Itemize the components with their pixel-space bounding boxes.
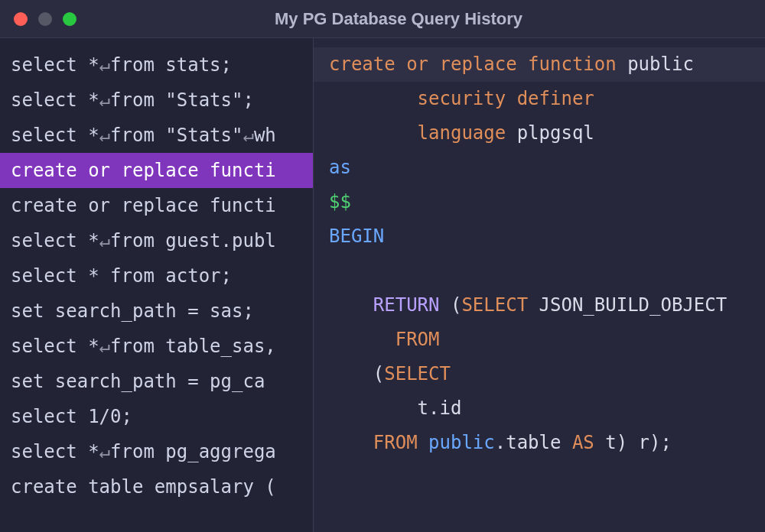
history-item[interactable]: create or replace functi — [0, 188, 313, 223]
token-kw: security definer — [418, 88, 594, 109]
close-icon[interactable] — [14, 12, 28, 26]
token-kw: SELECT — [384, 363, 451, 384]
code-line — [329, 254, 765, 288]
token-kw: SELECT — [461, 294, 539, 316]
token-kw: create or replace function — [329, 54, 627, 75]
history-item[interactable]: select *↵from pg_aggrega — [0, 434, 313, 469]
code-line: (SELECT — [329, 357, 765, 391]
token-kw: FROM — [396, 329, 440, 350]
history-item[interactable]: select *↵from guest.publ — [0, 223, 313, 258]
token-id: plpgsql — [517, 122, 594, 144]
history-item[interactable]: set search_path = sas; — [0, 294, 313, 329]
code-line: security definer — [329, 82, 765, 116]
history-item[interactable]: create table empsalary ( — [0, 469, 313, 504]
newline-icon: ↵ — [99, 89, 110, 111]
token-id: public — [627, 54, 694, 75]
token-kw: AS — [572, 432, 605, 453]
titlebar: My PG Database Query History — [0, 0, 765, 38]
token-punc: ( — [373, 363, 384, 384]
token-fn: public — [428, 432, 495, 453]
token-punc: ) r); — [617, 432, 672, 453]
token-id: JSON_BUILD_OBJECT — [539, 294, 728, 316]
code-line: $$ — [329, 185, 765, 219]
newline-icon: ↵ — [99, 441, 110, 462]
code-line: FROM public.table AS t) r); — [329, 426, 765, 460]
history-item[interactable]: select *↵from table_sas, — [0, 329, 313, 364]
history-item[interactable]: select *↵from stats; — [0, 47, 313, 83]
token-id: t.id — [418, 397, 462, 419]
newline-icon: ↵ — [99, 54, 110, 76]
query-detail-pane[interactable]: create or replace function public securi… — [314, 38, 765, 532]
token-id — [329, 260, 340, 281]
token-fn: BEGIN — [329, 225, 384, 247]
query-history-list[interactable]: select *↵from stats;select *↵from "Stats… — [0, 38, 314, 532]
token-dd: $$ — [329, 191, 351, 212]
code-line: BEGIN — [329, 219, 765, 254]
newline-icon: ↵ — [99, 125, 110, 146]
code-line: create or replace function public — [314, 47, 765, 82]
code-line: as — [329, 151, 765, 185]
window-title: My PG Database Query History — [46, 9, 751, 29]
history-item[interactable]: set search_path = pg_ca — [0, 364, 313, 399]
token-id: t — [605, 432, 616, 453]
code-line: RETURN (SELECT JSON_BUILD_OBJECT — [329, 288, 765, 323]
token-id: .table — [495, 432, 572, 453]
code-line: language plpgsql — [329, 116, 765, 151]
newline-icon: ↵ — [243, 125, 253, 146]
token-kw: FROM — [373, 432, 428, 453]
history-item[interactable]: select *↵from "Stats"; — [0, 83, 313, 118]
newline-icon: ↵ — [99, 230, 110, 251]
token-kw: language — [418, 122, 517, 144]
content-area: select *↵from stats;select *↵from "Stats… — [0, 38, 765, 532]
code-line: FROM — [329, 323, 765, 357]
history-item[interactable]: create or replace functi — [0, 153, 313, 188]
history-item[interactable]: select 1/0; — [0, 399, 313, 434]
code-line: t.id — [329, 391, 765, 426]
history-item[interactable]: select *↵from "Stats"↵wh — [0, 118, 313, 153]
token-fn: as — [329, 157, 351, 178]
newline-icon: ↵ — [99, 336, 110, 357]
history-item[interactable]: select * from actor; — [0, 258, 313, 294]
token-ret: RETURN — [373, 294, 451, 316]
token-punc: ( — [451, 294, 461, 316]
